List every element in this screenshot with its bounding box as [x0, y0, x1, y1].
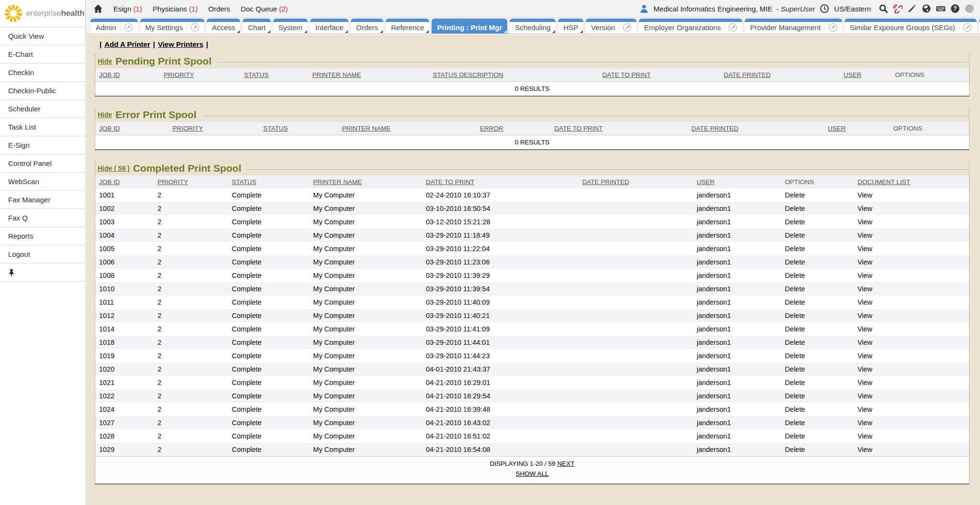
delete-link[interactable]: Delete: [785, 258, 805, 266]
delete-link[interactable]: Delete: [785, 312, 805, 319]
sidebar-item-checkin[interactable]: Checkin: [0, 64, 85, 82]
sidebar-pin[interactable]: [0, 263, 85, 282]
avatar-circle[interactable]: [965, 4, 974, 13]
sortable-column-link[interactable]: JOB ID: [99, 125, 120, 132]
delete-link[interactable]: Delete: [785, 218, 805, 226]
external-link-icon[interactable]: ↗: [963, 23, 971, 32]
tab-chart[interactable]: Chart: [243, 19, 271, 33]
tab-similar-exposure-groups-segs[interactable]: Similar Exposure Groups (SEGs)↗: [845, 19, 977, 33]
completed-hide-link[interactable]: Hide ( 59 ): [98, 165, 130, 172]
show-all-link[interactable]: SHOW ALL: [515, 470, 548, 477]
sortable-column-link[interactable]: ERROR: [480, 125, 503, 132]
globe-icon[interactable]: [922, 4, 931, 13]
wand-icon[interactable]: [907, 4, 917, 13]
sortable-column-link[interactable]: USER: [697, 178, 715, 186]
sortable-column-link[interactable]: DATE PRINTED: [691, 125, 738, 132]
tab-dropdown-icon[interactable]: [345, 30, 348, 33]
tab-version[interactable]: Version↗: [586, 19, 636, 33]
nav-item-orders[interactable]: Orders: [208, 5, 230, 13]
view-link[interactable]: View: [858, 365, 872, 373]
delete-link[interactable]: Delete: [785, 432, 805, 440]
tab-scheduling[interactable]: Scheduling: [510, 19, 556, 33]
view-link[interactable]: View: [858, 285, 872, 293]
delete-link[interactable]: Delete: [785, 191, 805, 199]
tab-reference[interactable]: Reference: [386, 19, 429, 33]
sidebar-item-scheduler[interactable]: Scheduler: [0, 100, 85, 118]
sortable-column-link[interactable]: USER: [828, 125, 846, 132]
tab-access[interactable]: Access: [207, 19, 240, 33]
keyboard-icon[interactable]: [936, 4, 946, 13]
help-icon[interactable]: ?: [950, 4, 960, 13]
tab-employer-organizations[interactable]: Employer Organizations↗: [639, 19, 742, 33]
tab-dropdown-icon[interactable]: [504, 30, 507, 33]
sortable-column-link[interactable]: PRINTER NAME: [312, 71, 361, 78]
tab-system[interactable]: System: [273, 19, 308, 33]
sortable-column-link[interactable]: DOCUMENT LIST: [858, 178, 910, 186]
view-printers-link[interactable]: View Printers: [158, 40, 203, 48]
sidebar-item-reports[interactable]: Reports: [0, 227, 85, 245]
sidebar-item-task-list[interactable]: Task List: [0, 118, 85, 136]
tab-admin[interactable]: Admin↗: [90, 19, 138, 33]
next-page-link[interactable]: NEXT: [557, 460, 574, 467]
view-link[interactable]: View: [858, 258, 872, 266]
view-link[interactable]: View: [858, 352, 872, 360]
tab-interface[interactable]: Interface: [310, 19, 348, 33]
error-hide-link[interactable]: Hide: [98, 111, 112, 119]
delete-link[interactable]: Delete: [785, 392, 805, 400]
tab-my-settings[interactable]: My Settings↗: [140, 19, 204, 33]
sortable-column-link[interactable]: DATE PRINTED: [582, 178, 629, 186]
sidebar-item-fax-q[interactable]: Fax Q: [0, 209, 85, 227]
tab-dropdown-icon[interactable]: [304, 30, 307, 33]
sortable-column-link[interactable]: PRIORITY: [164, 71, 194, 78]
external-link-icon[interactable]: ↗: [623, 23, 631, 32]
view-link[interactable]: View: [858, 432, 872, 440]
sortable-column-link[interactable]: DATE PRINTED: [724, 71, 771, 78]
view-link[interactable]: View: [858, 272, 872, 279]
sidebar-item-fax-manager[interactable]: Fax Manager: [0, 191, 85, 209]
sortable-column-link[interactable]: PRIORITY: [157, 178, 188, 186]
sortable-column-link[interactable]: STATUS: [244, 71, 268, 78]
sidebar-item-logout[interactable]: Logout: [0, 245, 85, 263]
delete-link[interactable]: Delete: [785, 446, 805, 453]
tab-dropdown-icon[interactable]: [267, 30, 270, 33]
delete-link[interactable]: Delete: [785, 365, 805, 373]
view-link[interactable]: View: [858, 218, 872, 226]
view-link[interactable]: View: [858, 312, 872, 319]
tab-printing-print-mgr[interactable]: Printing : Print Mgr: [432, 19, 507, 33]
tab-provider-management[interactable]: Provider Management↗: [745, 19, 842, 33]
delete-link[interactable]: Delete: [785, 205, 805, 212]
view-link[interactable]: View: [858, 392, 872, 400]
sortable-column-link[interactable]: USER: [844, 71, 862, 78]
sortable-column-link[interactable]: STATUS: [232, 178, 256, 186]
sortable-column-link[interactable]: JOB ID: [99, 71, 120, 78]
view-link[interactable]: View: [858, 406, 872, 413]
sortable-column-link[interactable]: DATE TO PRINT: [602, 71, 651, 78]
tab-dropdown-icon[interactable]: [426, 30, 429, 33]
sortable-column-link[interactable]: STATUS DESCRIPTION: [433, 71, 503, 78]
sortable-column-link[interactable]: STATUS: [263, 125, 288, 132]
delete-link[interactable]: Delete: [785, 406, 805, 413]
pending-hide-link[interactable]: Hide: [98, 57, 112, 65]
view-link[interactable]: View: [858, 325, 872, 333]
nav-item-physicians[interactable]: Physicians (1): [153, 5, 198, 13]
sidebar-item-e-sign[interactable]: E-Sign: [0, 136, 85, 154]
home-icon[interactable]: [93, 4, 103, 13]
sidebar-item-checkin-public[interactable]: Checkin-Public: [0, 82, 85, 100]
sidebar-item-control-panel[interactable]: Control Panel: [0, 154, 85, 173]
nav-item-esign[interactable]: Esign (1): [113, 5, 142, 13]
clock-icon[interactable]: [820, 4, 829, 13]
delete-link[interactable]: Delete: [785, 231, 805, 239]
delete-link[interactable]: Delete: [785, 419, 805, 427]
delete-link[interactable]: Delete: [785, 379, 805, 386]
view-link[interactable]: View: [858, 191, 872, 199]
external-link-icon[interactable]: ↗: [191, 23, 199, 32]
sidebar-item-webscan[interactable]: WebScan: [0, 173, 85, 191]
tab-hsp[interactable]: HSP: [558, 19, 583, 33]
sortable-column-link[interactable]: DATE TO PRINT: [426, 178, 474, 186]
external-link-icon[interactable]: ↗: [124, 23, 133, 32]
delete-link[interactable]: Delete: [785, 245, 805, 252]
nav-item-doc-queue[interactable]: Doc Queue (2): [241, 5, 288, 13]
sidebar-item-e-chart[interactable]: E-Chart: [0, 45, 85, 64]
external-link-icon[interactable]: ↗: [729, 23, 737, 32]
tab-dropdown-icon[interactable]: [237, 30, 240, 33]
